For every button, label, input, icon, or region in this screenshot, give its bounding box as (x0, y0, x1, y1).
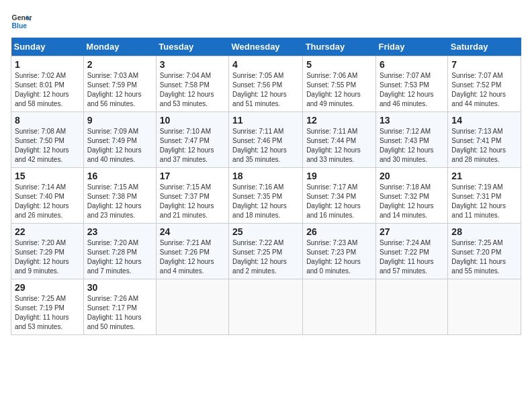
day-info: Sunrise: 7:10 AMSunset: 7:47 PMDaylight:… (160, 127, 225, 165)
calendar-cell (375, 279, 447, 335)
day-info: Sunrise: 7:19 AMSunset: 7:31 PMDaylight:… (451, 183, 517, 220)
calendar-cell: 4 Sunrise: 7:05 AMSunset: 7:56 PMDayligh… (229, 56, 303, 112)
day-info: Sunrise: 7:14 AMSunset: 7:40 PMDaylight:… (15, 183, 80, 220)
day-number: 1 (15, 59, 80, 70)
day-info: Sunrise: 7:15 AMSunset: 7:38 PMDaylight:… (87, 183, 152, 220)
day-info: Sunrise: 7:16 AMSunset: 7:35 PMDaylight:… (232, 183, 299, 220)
calendar-cell: 9 Sunrise: 7:09 AMSunset: 7:49 PMDayligh… (83, 112, 156, 168)
day-number: 25 (232, 226, 299, 237)
day-number: 22 (15, 226, 80, 237)
day-number: 3 (160, 59, 225, 70)
calendar-cell: 6 Sunrise: 7:07 AMSunset: 7:53 PMDayligh… (375, 56, 447, 112)
svg-text:Blue: Blue (12, 22, 28, 30)
calendar-cell: 27 Sunrise: 7:24 AMSunset: 7:22 PMDaylig… (375, 224, 447, 279)
calendar-cell: 15 Sunrise: 7:14 AMSunset: 7:40 PMDaylig… (11, 168, 84, 224)
calendar-cell: 3 Sunrise: 7:04 AMSunset: 7:58 PMDayligh… (156, 56, 228, 112)
calendar-cell: 8 Sunrise: 7:08 AMSunset: 7:50 PMDayligh… (11, 112, 84, 168)
calendar-cell: 30 Sunrise: 7:26 AMSunset: 7:17 PMDaylig… (83, 279, 156, 335)
logo-icon: General Blue (11, 11, 32, 32)
calendar-cell (229, 279, 303, 335)
day-number: 19 (306, 171, 372, 181)
day-info: Sunrise: 7:09 AMSunset: 7:49 PMDaylight:… (87, 127, 152, 165)
day-info: Sunrise: 7:20 AMSunset: 7:28 PMDaylight:… (87, 238, 152, 276)
day-info: Sunrise: 7:11 AMSunset: 7:46 PMDaylight:… (232, 127, 299, 165)
day-info: Sunrise: 7:17 AMSunset: 7:34 PMDaylight:… (306, 183, 372, 220)
day-info: Sunrise: 7:24 AMSunset: 7:22 PMDaylight:… (380, 238, 444, 276)
calendar-cell: 13 Sunrise: 7:12 AMSunset: 7:43 PMDaylig… (375, 112, 447, 168)
day-info: Sunrise: 7:20 AMSunset: 7:29 PMDaylight:… (15, 238, 80, 276)
calendar-cell: 25 Sunrise: 7:22 AMSunset: 7:25 PMDaylig… (229, 224, 303, 279)
day-number: 13 (380, 115, 444, 126)
day-number: 9 (87, 115, 152, 126)
day-number: 5 (306, 59, 372, 70)
calendar-cell: 23 Sunrise: 7:20 AMSunset: 7:28 PMDaylig… (83, 224, 156, 279)
day-info: Sunrise: 7:11 AMSunset: 7:44 PMDaylight:… (306, 127, 372, 165)
calendar-week-row: 15 Sunrise: 7:14 AMSunset: 7:40 PMDaylig… (11, 168, 521, 224)
day-info: Sunrise: 7:03 AMSunset: 7:59 PMDaylight:… (87, 71, 152, 109)
weekday-header-sunday: Sunday (11, 38, 84, 56)
day-info: Sunrise: 7:13 AMSunset: 7:41 PMDaylight:… (451, 127, 517, 165)
day-number: 30 (87, 282, 152, 293)
calendar-cell: 22 Sunrise: 7:20 AMSunset: 7:29 PMDaylig… (11, 224, 84, 279)
day-number: 17 (160, 171, 225, 181)
calendar-cell: 18 Sunrise: 7:16 AMSunset: 7:35 PMDaylig… (229, 168, 303, 224)
day-info: Sunrise: 7:12 AMSunset: 7:43 PMDaylight:… (380, 127, 444, 165)
calendar-cell: 20 Sunrise: 7:18 AMSunset: 7:32 PMDaylig… (375, 168, 447, 224)
calendar-cell: 2 Sunrise: 7:03 AMSunset: 7:59 PMDayligh… (83, 56, 156, 112)
calendar-cell: 17 Sunrise: 7:15 AMSunset: 7:37 PMDaylig… (156, 168, 228, 224)
day-info: Sunrise: 7:26 AMSunset: 7:17 PMDaylight:… (87, 294, 152, 332)
day-number: 12 (306, 115, 372, 126)
day-number: 20 (380, 171, 444, 181)
calendar-cell: 12 Sunrise: 7:11 AMSunset: 7:44 PMDaylig… (303, 112, 376, 168)
day-number: 18 (232, 171, 299, 181)
calendar-cell: 5 Sunrise: 7:06 AMSunset: 7:55 PMDayligh… (303, 56, 376, 112)
page-header: General Blue (11, 11, 521, 32)
day-number: 23 (87, 226, 152, 237)
day-number: 28 (451, 226, 517, 237)
calendar-cell: 21 Sunrise: 7:19 AMSunset: 7:31 PMDaylig… (448, 168, 521, 224)
day-info: Sunrise: 7:22 AMSunset: 7:25 PMDaylight:… (232, 238, 299, 276)
weekday-header-monday: Monday (83, 38, 156, 56)
calendar-cell: 1 Sunrise: 7:02 AMSunset: 8:01 PMDayligh… (11, 56, 84, 112)
calendar-cell: 19 Sunrise: 7:17 AMSunset: 7:34 PMDaylig… (303, 168, 376, 224)
day-number: 6 (380, 59, 444, 70)
day-number: 8 (15, 115, 80, 126)
calendar-cell: 26 Sunrise: 7:23 AMSunset: 7:23 PMDaylig… (303, 224, 376, 279)
day-number: 16 (87, 171, 152, 181)
day-info: Sunrise: 7:05 AMSunset: 7:56 PMDaylight:… (232, 71, 299, 109)
day-number: 4 (232, 59, 299, 70)
calendar-cell: 11 Sunrise: 7:11 AMSunset: 7:46 PMDaylig… (229, 112, 303, 168)
calendar-cell (303, 279, 376, 335)
calendar-table: SundayMondayTuesdayWednesdayThursdayFrid… (11, 38, 521, 335)
calendar-cell: 24 Sunrise: 7:21 AMSunset: 7:26 PMDaylig… (156, 224, 228, 279)
day-number: 10 (160, 115, 225, 126)
day-number: 27 (380, 226, 444, 237)
day-number: 2 (87, 59, 152, 70)
calendar-week-row: 22 Sunrise: 7:20 AMSunset: 7:29 PMDaylig… (11, 224, 521, 279)
calendar-cell: 29 Sunrise: 7:25 AMSunset: 7:19 PMDaylig… (11, 279, 84, 335)
day-info: Sunrise: 7:04 AMSunset: 7:58 PMDaylight:… (160, 71, 225, 109)
day-info: Sunrise: 7:25 AMSunset: 7:20 PMDaylight:… (451, 238, 517, 276)
day-number: 11 (232, 115, 299, 126)
svg-text:General: General (12, 14, 32, 21)
day-info: Sunrise: 7:21 AMSunset: 7:26 PMDaylight:… (160, 238, 225, 276)
day-info: Sunrise: 7:07 AMSunset: 7:52 PMDaylight:… (451, 71, 517, 109)
calendar-cell (448, 279, 521, 335)
day-info: Sunrise: 7:25 AMSunset: 7:19 PMDaylight:… (15, 294, 80, 332)
weekday-header-saturday: Saturday (448, 38, 521, 56)
day-number: 29 (15, 282, 80, 293)
calendar-cell: 10 Sunrise: 7:10 AMSunset: 7:47 PMDaylig… (156, 112, 228, 168)
day-number: 14 (451, 115, 517, 126)
day-number: 7 (451, 59, 517, 70)
calendar-cell: 7 Sunrise: 7:07 AMSunset: 7:52 PMDayligh… (448, 56, 521, 112)
calendar-week-row: 8 Sunrise: 7:08 AMSunset: 7:50 PMDayligh… (11, 112, 521, 168)
weekday-header-row: SundayMondayTuesdayWednesdayThursdayFrid… (11, 38, 521, 56)
day-info: Sunrise: 7:07 AMSunset: 7:53 PMDaylight:… (380, 71, 444, 109)
logo: General Blue (11, 11, 32, 32)
calendar-week-row: 1 Sunrise: 7:02 AMSunset: 8:01 PMDayligh… (11, 56, 521, 112)
day-info: Sunrise: 7:08 AMSunset: 7:50 PMDaylight:… (15, 127, 80, 165)
day-number: 15 (15, 171, 80, 181)
calendar-week-row: 29 Sunrise: 7:25 AMSunset: 7:19 PMDaylig… (11, 279, 521, 335)
day-number: 24 (160, 226, 225, 237)
day-info: Sunrise: 7:18 AMSunset: 7:32 PMDaylight:… (380, 183, 444, 220)
